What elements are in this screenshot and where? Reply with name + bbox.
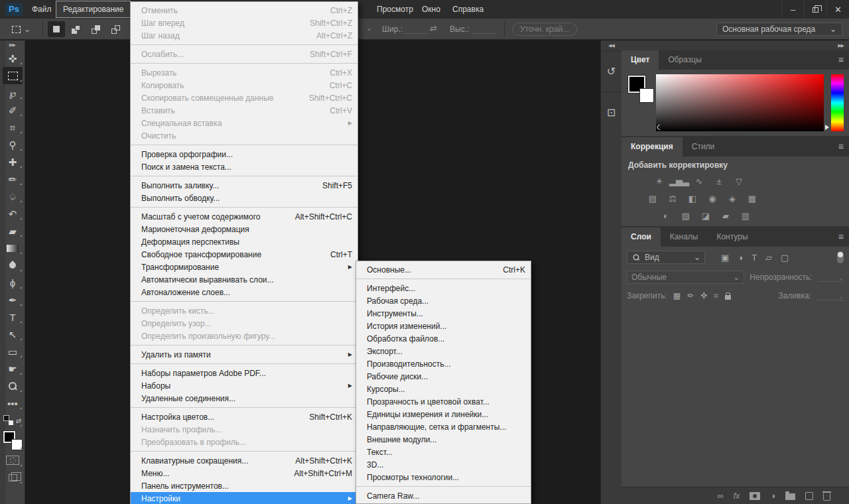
panel-menu-icon[interactable]: ≡ [838, 50, 844, 70]
saturation-brightness-field[interactable] [656, 74, 824, 131]
menu-item[interactable]: ОтменитьCtrl+Z [131, 4, 358, 17]
menu-item[interactable]: Автоналожение слоев... [131, 286, 358, 298]
tab-channels[interactable]: Каналы [661, 227, 708, 247]
intersect-selection-mode-button[interactable] [107, 21, 125, 37]
menu-item[interactable]: Шаг впередShift+Ctrl+Z [131, 17, 358, 29]
menu-item[interactable]: Панель инструментов... [131, 479, 358, 492]
menu-item[interactable]: Клавиатурные сокращения...Alt+Shift+Ctrl… [131, 454, 358, 467]
menu-item[interactable]: Единицы измерения и линейки... [356, 408, 531, 420]
lasso-tool[interactable]: ℘ [0, 84, 25, 101]
menu-item[interactable]: Специальная вставка▶ [131, 117, 358, 129]
menu-item[interactable]: Курсоры... [356, 383, 531, 395]
menu-item[interactable]: Направляющие, сетка и фрагменты... [356, 420, 531, 433]
properties-panel-button[interactable]: ⊡ [601, 92, 621, 133]
filter-adjustment-layers-icon[interactable]: ◑ [738, 253, 743, 263]
channel-mixer-icon[interactable]: ◈ [726, 194, 738, 204]
menu-item[interactable]: Настройки▶ [131, 492, 358, 504]
filter-shape-layers-icon[interactable]: ▱ [765, 253, 772, 263]
menu-item[interactable]: Удаленные соединения... [131, 392, 358, 405]
layer-filter-type-select[interactable]: Вид ⌄ [627, 251, 705, 264]
menu-item[interactable]: Скопировать совмещенные данныеShift+Ctrl… [131, 92, 358, 104]
menu-item[interactable]: Camera Raw... [356, 489, 531, 502]
menubar-file[interactable]: Файл [25, 0, 58, 19]
menu-item[interactable]: КопироватьCtrl+C [131, 79, 358, 92]
menu-item[interactable]: Свободное трансформированиеCtrl+T [131, 248, 358, 261]
pen-tool[interactable]: ✒ [0, 291, 25, 308]
eyedropper-tool[interactable]: ⚲ [0, 136, 25, 153]
threshold-icon[interactable]: ◪ [700, 211, 712, 221]
menu-item[interactable]: Выполнить заливку...Shift+F5 [131, 179, 358, 192]
quick-selection-tool[interactable]: ✐ [0, 101, 25, 119]
menubar-edit[interactable]: Редактирование [56, 1, 131, 18]
edit-toolbar-button[interactable]: ••• [0, 395, 25, 412]
menu-item[interactable]: История изменений... [356, 320, 531, 332]
close-button[interactable]: ✕ [826, 0, 849, 19]
lock-pixels-icon[interactable]: ✏ [687, 291, 694, 300]
screen-mode-button[interactable] [0, 469, 25, 486]
tab-adjustments[interactable]: Коррекция [621, 137, 683, 157]
menu-item[interactable]: Определить узор... [131, 317, 358, 330]
history-brush-tool[interactable]: ↶ [0, 205, 25, 222]
filter-pixel-layers-icon[interactable]: ▣ [721, 253, 729, 263]
menu-item[interactable]: Настройка цветов...Shift+Ctrl+K [131, 410, 358, 423]
menu-item[interactable]: Инструменты... [356, 307, 531, 320]
invert-icon[interactable]: ◐ [660, 211, 672, 221]
tab-swatches[interactable]: Образцы [659, 50, 710, 70]
quick-mask-button[interactable] [0, 452, 25, 469]
gradient-map-icon[interactable]: ▰ [720, 211, 732, 221]
blend-mode-select[interactable]: Обычные ⌄ [627, 271, 744, 284]
clone-stamp-tool[interactable]: ♤ [0, 188, 25, 205]
panel-menu-icon[interactable]: ≡ [838, 137, 844, 157]
tab-layers[interactable]: Слои [621, 227, 661, 247]
lock-position-icon[interactable]: ✜ [700, 291, 707, 300]
levels-icon[interactable]: ▂▅▃ [673, 176, 685, 186]
spot-healing-brush-tool[interactable]: ✚ [0, 153, 25, 170]
new-layer-icon[interactable] [805, 492, 813, 500]
minimize-button[interactable]: – [781, 0, 804, 19]
height-input[interactable] [471, 24, 496, 34]
tab-styles[interactable]: Стили [683, 137, 724, 157]
background-color-swatch[interactable] [640, 89, 653, 102]
menu-item[interactable]: Производительность... [356, 357, 531, 370]
menu-item[interactable]: Меню...Alt+Shift+Ctrl+M [131, 467, 358, 479]
tab-color[interactable]: Цвет [621, 50, 659, 70]
lock-artboard-icon[interactable]: ⌗ [714, 291, 718, 300]
posterize-icon[interactable]: ▨ [680, 211, 692, 221]
selective-color-icon[interactable]: ▥ [740, 211, 751, 221]
tab-paths[interactable]: Контуры [707, 227, 757, 247]
menu-item[interactable]: Интерфейс... [356, 282, 531, 294]
menu-item[interactable]: Рабочие диски... [356, 370, 531, 383]
hand-tool[interactable]: ☛ [0, 360, 25, 377]
add-to-selection-mode-button[interactable] [68, 21, 85, 37]
menu-item[interactable]: Обработка файлов... [356, 332, 531, 345]
zoom-tool[interactable] [0, 377, 25, 395]
lock-all-icon[interactable] [725, 295, 731, 300]
blur-tool[interactable] [0, 257, 25, 274]
history-panel-button[interactable]: ↺ [601, 50, 621, 92]
menu-item[interactable]: Поиск и замена текста... [131, 160, 358, 173]
move-tool[interactable]: ✜ [0, 50, 25, 67]
layer-effects-icon[interactable]: fx [734, 491, 740, 501]
filter-smart-objects-icon[interactable]: ▢ [781, 253, 789, 263]
filter-type-layers-icon[interactable]: T [751, 253, 757, 263]
menubar-window[interactable]: Окно [415, 0, 447, 19]
link-layers-icon[interactable]: ∞ [718, 491, 724, 501]
menu-item[interactable]: Автоматически выравнивать слои... [131, 273, 358, 286]
menu-item[interactable]: Определить произвольную фигуру... [131, 330, 358, 342]
menu-item[interactable]: Выполнить обводку... [131, 192, 358, 204]
width-input[interactable] [402, 24, 427, 34]
restore-button[interactable] [804, 0, 826, 19]
curves-icon[interactable]: ∿ [693, 176, 705, 186]
lock-transparency-icon[interactable]: ▦ [673, 291, 681, 300]
dock-collapse-icon[interactable]: ◀◀ [601, 40, 621, 50]
layer-filter-toggle[interactable] [837, 251, 844, 263]
foreground-background-swatches[interactable] [0, 429, 25, 452]
refine-edge-button[interactable]: Уточн. край... [512, 23, 577, 36]
new-group-icon[interactable] [785, 493, 795, 500]
hue-saturation-icon[interactable]: ▤ [647, 194, 659, 204]
menu-item[interactable]: 3D... [356, 458, 531, 471]
menu-item[interactable]: Марионеточная деформация [131, 223, 358, 235]
fill-input[interactable]: ⌄ [817, 291, 844, 300]
menu-item[interactable]: Удалить из памяти▶ [131, 348, 358, 361]
menu-item[interactable]: Прозрачность и цветовой охват... [356, 395, 531, 408]
